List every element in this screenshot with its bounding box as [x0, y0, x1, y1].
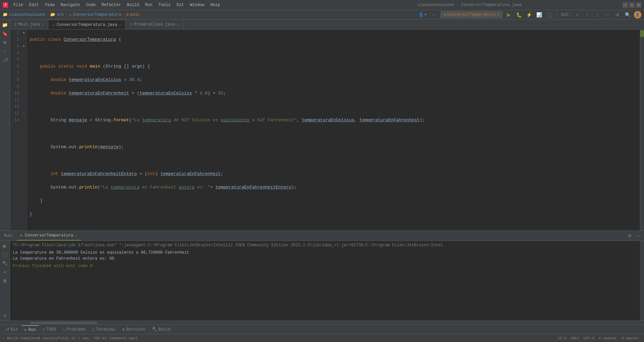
- line-12: 12: [10, 103, 27, 110]
- cursor-position[interactable]: 13:6: [556, 336, 568, 340]
- bottom-tab-problems[interactable]: ⚠ Problems: [59, 325, 89, 334]
- terminal-tab-icon: ▢: [92, 327, 95, 332]
- bottom-tab-git[interactable]: ⎇ Git: [1, 325, 21, 334]
- indent-setting[interactable]: 4 spaces: [597, 336, 618, 340]
- clear-output-button[interactable]: 🗑: [1, 277, 9, 285]
- commit-tool-button[interactable]: ✓: [1, 47, 9, 55]
- console-scrollbar[interactable]: [640, 241, 644, 320]
- tab-settings-button[interactable]: ⋮: [634, 22, 641, 29]
- title-bar: J File Edit View Navigate Code Refactor …: [0, 0, 644, 10]
- bottom-tab-run[interactable]: ▶ Run: [21, 325, 39, 334]
- git-history-button[interactable]: ↺: [614, 11, 621, 18]
- git-push-button[interactable]: ↑: [584, 11, 591, 18]
- breadcrumb-method[interactable]: main: [130, 12, 140, 17]
- vcs-branch[interactable]: ⎇ master: [618, 336, 641, 340]
- file-charset[interactable]: UTF-8: [582, 336, 597, 340]
- run-tab-label: ConversorTemperatura: [25, 233, 73, 238]
- line-8: 8: [10, 77, 27, 83]
- menu-refactor[interactable]: Refactor: [99, 2, 124, 8]
- menu-file[interactable]: File: [11, 2, 26, 8]
- menu-edit[interactable]: Edit: [27, 2, 42, 8]
- bottom-tab-problems-label: Problems: [66, 327, 86, 332]
- user-avatar[interactable]: 👤: [634, 11, 641, 18]
- bottom-tab-run-label: Run: [29, 328, 36, 332]
- profile-run-button[interactable]: 📊: [535, 11, 543, 18]
- run-tab-conversor[interactable]: ▶ ConversorTemperatura ✕: [16, 231, 81, 241]
- breadcrumb-sep3: ›: [122, 12, 125, 17]
- line-ending[interactable]: CRLF: [568, 336, 581, 340]
- run-minimize-button[interactable]: —: [635, 232, 643, 240]
- project-tool-button[interactable]: 📁: [1, 21, 9, 29]
- code-editor[interactable]: 1 ▶ 2 3 ▶ 4 5: [10, 30, 644, 230]
- scroll-to-end-button[interactable]: ⬇: [1, 312, 9, 319]
- git-check-button[interactable]: ✓: [574, 11, 581, 18]
- tab-primera-label: PrimeraClase.java: [134, 22, 175, 27]
- java-icon: J: [14, 23, 16, 27]
- rerun-button[interactable]: ▶: [1, 242, 9, 250]
- menu-window[interactable]: Window: [187, 2, 207, 8]
- breadcrumb-project[interactable]: claseunoaulauno: [9, 12, 45, 17]
- run-button[interactable]: ▶: [505, 11, 512, 18]
- line-3: 3 ▶: [10, 43, 27, 50]
- debug-button[interactable]: 🐛: [515, 11, 523, 18]
- build-status-message[interactable]: Build completed successfully in 1 sec, 7…: [5, 336, 140, 340]
- line-5: 5: [10, 56, 27, 63]
- console-output-line2: La temperatura en Fahrenheit entera es: …: [13, 256, 637, 262]
- breadcrumb-src[interactable]: src: [57, 12, 64, 17]
- menu-tools[interactable]: Tools: [156, 2, 173, 8]
- services-tab-icon: ◈: [122, 327, 125, 332]
- navigate-back-button[interactable]: ←: [431, 11, 438, 18]
- main-area: 📁 🔖 ⊞ ✓ ⎇ J Main.java ✕ ☕ ConversorTempe…: [0, 19, 644, 230]
- wrap-output-button[interactable]: ↩: [1, 268, 9, 276]
- tab-main-close[interactable]: ✕: [42, 23, 44, 27]
- bookmark-tool-button[interactable]: 🔖: [1, 30, 9, 38]
- primera-icon: J: [130, 23, 132, 27]
- code-content[interactable]: public class ConversorTemperatura { publ…: [27, 30, 640, 230]
- menu-code[interactable]: Code: [83, 2, 98, 8]
- close-button[interactable]: ✕: [636, 2, 641, 8]
- git-tool-button[interactable]: ⎇: [1, 56, 9, 64]
- bottom-tab-terminal[interactable]: ▢ Terminal: [89, 325, 119, 334]
- line-7: 7: [10, 70, 27, 77]
- structure-tool-button[interactable]: ⊞: [1, 38, 9, 46]
- breadcrumb-package[interactable]: ConversorTemperatura: [73, 12, 121, 17]
- bottom-tab-todo[interactable]: ☑ TODO: [39, 325, 59, 334]
- menu-build[interactable]: Build: [124, 2, 142, 8]
- stop-button[interactable]: ⬛: [545, 11, 553, 18]
- git-pull-button[interactable]: ↓: [594, 11, 601, 18]
- line-14: 14: [10, 117, 27, 124]
- right-gutter: [640, 30, 644, 230]
- run-settings-button[interactable]: ⚙: [626, 232, 633, 240]
- build-status-icon: ✓: [3, 336, 5, 340]
- tab-primera-java[interactable]: J PrimeraClase.java ✕: [126, 20, 183, 29]
- menu-view[interactable]: View: [42, 2, 57, 8]
- profile-button[interactable]: 👤 ▾: [417, 11, 428, 18]
- menu-navigate[interactable]: Navigate: [58, 2, 83, 8]
- menu-git[interactable]: Git: [174, 2, 187, 8]
- git-more-button[interactable]: ⋯: [604, 11, 611, 18]
- stop-run-button[interactable]: ⬛: [1, 251, 9, 258]
- git-label: Git:: [561, 12, 571, 17]
- tab-primera-close[interactable]: ✕: [177, 23, 179, 27]
- line-4: 4: [10, 50, 27, 56]
- maximize-button[interactable]: □: [629, 2, 635, 8]
- status-right: 13:6 CRLF UTF-8 4 spaces ⎇ master: [556, 336, 641, 340]
- tab-main-java[interactable]: J Main.java ✕: [10, 20, 48, 29]
- menu-run[interactable]: Run: [142, 2, 155, 8]
- console-hscrollbar[interactable]: [0, 320, 644, 325]
- build-run-button[interactable]: 🔨: [1, 260, 9, 267]
- tab-conversor-java[interactable]: ☕ ConversorTemperatura.java ✕: [48, 20, 126, 29]
- menu-help[interactable]: Help: [208, 2, 223, 8]
- tab-conversor-close[interactable]: ✕: [119, 23, 121, 27]
- main-icon: ☕: [52, 23, 55, 27]
- bottom-tab-services[interactable]: ◈ Services: [119, 325, 149, 334]
- breadcrumb-sep1: ›: [47, 12, 49, 17]
- minimize-button[interactable]: ─: [623, 2, 628, 8]
- run-tab-close[interactable]: ✕: [75, 233, 77, 238]
- run-config-selector[interactable]: ⚙ ConversorTemperatura ▾: [441, 11, 502, 18]
- search-everywhere-button[interactable]: 🔍: [624, 11, 631, 18]
- run-tab-icon2: ▶: [25, 327, 27, 332]
- bottom-tab-build[interactable]: 🔨 Build: [149, 325, 174, 334]
- coverage-button[interactable]: ⚡: [525, 11, 533, 18]
- status-bar: ✓ Build completed successfully in 1 sec,…: [0, 334, 644, 342]
